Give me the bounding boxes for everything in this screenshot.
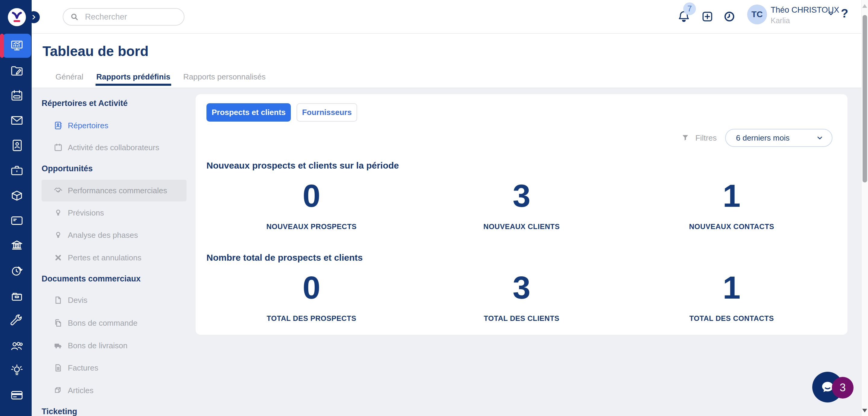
nav-section-documents-commerciaux: Documents commerciaux [41,274,141,283]
quick-add-icon[interactable] [701,10,714,23]
topbar: 7 TC Théo CHRISTOUX Karlia ? [32,0,868,34]
bank-icon: $ [10,238,24,252]
nav-item-devis[interactable]: Devis [54,293,87,307]
tab-rapports-personnalises[interactable]: Rapports personnalisés [183,72,266,86]
svg-text:$: $ [16,244,18,248]
nav-item-bons-de-livraison[interactable]: Bons de livraison [54,339,127,352]
nav-item-label: Bons de commande [68,318,137,328]
help-button[interactable]: ? [841,7,848,20]
truck-icon [54,341,63,350]
user-company: Karlia [771,16,790,25]
chevron-down-icon [815,134,824,142]
stats-row-new: 0 NOUVEAUX PROSPECTS 3 NOUVEAUX CLIENTS … [207,173,837,231]
stat-label: TOTAL DES PROSPECTS [207,314,416,323]
briefcase-icon [10,164,24,178]
address-book-icon [54,121,63,130]
tab-rapports-predefinis[interactable]: Rapports prédéfinis [96,72,170,86]
stat-new-prospects: 0 NOUVEAUX PROSPECTS [207,173,416,231]
nav-item-activite-collaborateurs[interactable]: Activité des collaborateurs [54,141,159,154]
stat-value: 3 [416,265,627,310]
sidebar-item-dashboard[interactable] [3,34,31,58]
sidebar-item-subscription-card[interactable] [3,383,31,407]
credit-card-icon [10,214,24,228]
x-mark-icon [54,253,63,262]
scrollbar-thumb[interactable] [863,15,867,182]
sidebar-item-time-tracking[interactable] [3,259,31,283]
user-menu-chevron-down-icon[interactable] [827,9,835,18]
filter-row: Filtres 6 derniers mois [681,129,832,147]
section-heading-total: Nombre total de prospects et clients [207,252,363,263]
vertical-scrollbar[interactable] [861,0,868,416]
stat-label: TOTAL DES CONTACTS [627,314,837,323]
sidebar-item-bank[interactable]: $ [3,233,31,257]
app-sidebar: $ [0,0,32,416]
scroll-up-arrow[interactable] [862,4,867,8]
funnel-icon [681,133,690,142]
nav-item-label: Devis [68,296,87,305]
toggle-fournisseurs-button[interactable]: Fournisseurs [297,103,357,122]
tab-general[interactable]: Général [56,72,84,86]
sidebar-expand-button[interactable] [28,11,40,23]
wrench-icon [10,314,24,327]
karlia-logo [8,8,26,26]
toggle-prospects-clients-button[interactable]: Prospects et clients [207,103,291,122]
cube-icon [54,386,63,395]
card-stripe-icon [10,388,24,402]
sidebar-item-documents-drawer[interactable] [3,283,31,308]
stat-value: 1 [627,173,837,218]
sidebar-item-notes[interactable] [3,59,31,83]
file-lines-icon [54,363,63,372]
sidebar-item-contacts[interactable] [3,133,31,158]
sidebar-item-agenda[interactable] [3,84,31,108]
sidebar-item-products[interactable] [3,184,31,208]
nav-item-performances-commerciales[interactable]: Performances commerciales [41,180,187,201]
global-search[interactable] [63,8,184,26]
drawer-icon [10,289,24,303]
stats-row-total: 0 TOTAL DES PROSPECTS 3 TOTAL DES CLIENT… [207,265,837,323]
notifications-count-badge: 7 [683,2,696,15]
calendar-planner-icon [10,89,24,103]
search-icon [70,12,79,21]
lightbulb-icon [54,231,63,240]
stat-total-prospects: 0 TOTAL DES PROSPECTS [207,265,416,323]
nav-item-factures[interactable]: Factures [54,361,98,375]
nav-item-analyse-des-phases[interactable]: Analyse des phases [54,229,138,242]
handshake-icon [54,186,63,195]
nav-item-pertes-annulations[interactable]: Pertes et annulations [54,251,141,264]
period-dropdown[interactable]: 6 derniers mois [725,129,832,147]
team-icon [10,339,24,352]
sidebar-item-team[interactable] [3,334,31,357]
file-copy-icon [54,318,63,327]
nav-item-articles[interactable]: Articles [54,384,93,397]
stat-label: NOUVEAUX CONTACTS [627,222,837,231]
stat-label: TOTAL DES CLIENTS [416,314,627,323]
nav-item-previsions[interactable]: Prévisions [54,206,104,219]
sidebar-item-ideas[interactable] [3,358,31,382]
nav-item-label: Analyse des phases [68,231,138,240]
search-input[interactable] [85,12,177,22]
stat-value: 1 [627,265,837,310]
nav-item-label: Bons de livraison [68,341,127,350]
recent-history-icon[interactable] [723,10,736,23]
report-card: Prospects et clients Fournisseurs Filtre… [195,94,847,335]
nav-item-label: Pertes et annulations [68,253,141,263]
mail-icon [10,113,24,127]
sidebar-item-mail[interactable] [3,108,31,133]
nav-item-repertoires[interactable]: Répertoires [54,119,108,132]
tabs-divider [32,88,868,88]
stat-new-clients: 3 NOUVEAUX CLIENTS [416,173,627,231]
nav-item-label: Activité des collaborateurs [68,143,159,152]
sidebar-item-billing[interactable] [3,209,31,233]
sidebar-item-tools[interactable] [3,309,31,333]
scroll-down-arrow[interactable] [862,409,867,412]
package-box-icon [10,189,24,203]
calendar-icon [54,143,63,152]
nav-item-label: Factures [68,363,98,373]
sidebar-item-projects[interactable] [3,159,31,183]
user-avatar[interactable]: TC [747,4,767,24]
nav-item-bons-de-commande[interactable]: Bons de commande [54,316,137,330]
dashboard-tabs: Général Rapports prédéfinis Rapports per… [56,72,266,86]
stat-label: NOUVEAUX PROSPECTS [207,222,416,231]
chat-unread-badge: 3 [832,377,854,398]
stat-value: 0 [207,265,416,310]
